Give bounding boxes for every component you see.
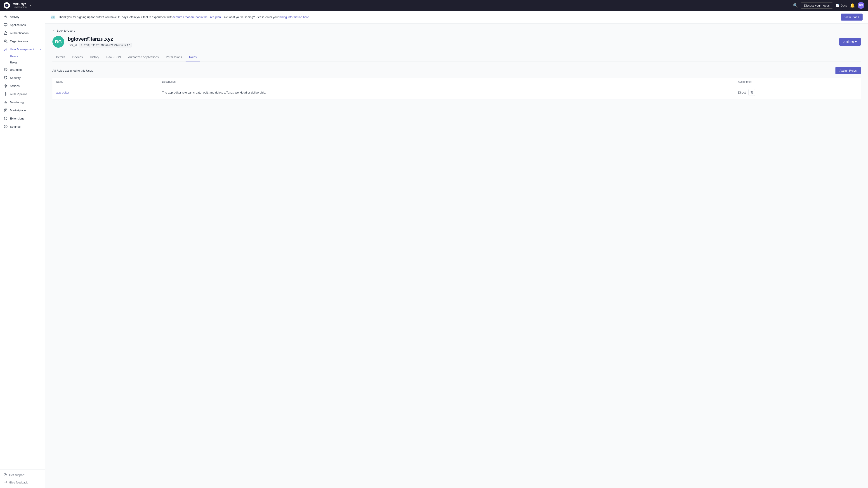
tab-devices[interactable]: Devices [69,53,86,61]
sidebar-label-authentication: Authentication [10,31,29,35]
tenant-name: tanzu-xyz [13,2,27,6]
svg-marker-8 [4,84,7,87]
sidebar-item-security[interactable]: Security › [0,74,45,82]
tab-details[interactable]: Details [53,53,69,61]
actions-btn-label: Actions [843,40,854,43]
sidebar-item-applications[interactable]: Applications › [0,21,45,29]
role-name-link[interactable]: app-editor [56,91,69,94]
back-arrow-icon: ← [53,29,55,32]
roles-table: Name Description Assignment app-editor T… [53,78,861,99]
page-content: ← Back to Users BG bglover@tanzu.xyz use… [45,24,868,105]
sidebar-item-auth-pipeline[interactable]: Auth Pipeline › [0,90,45,98]
user-id-value[interactable]: auth0|635af3f80aa22f79763212f7 [79,43,132,47]
sidebar-sub-item-roles[interactable]: Roles [10,59,45,66]
user-tabs: Details Devices History Raw JSON Authori… [53,53,861,61]
sidebar-item-actions[interactable]: Actions › [0,82,45,90]
actions-icon [4,84,8,88]
user-management-icon [4,47,8,51]
sidebar-bottom: Get support Give feedback [0,469,45,488]
give-feedback-link[interactable]: Give feedback [0,479,45,486]
sidebar-item-organizations[interactable]: Organizations [0,37,45,45]
svg-point-19 [5,126,6,127]
actions-chevron-icon: ▾ [855,40,857,43]
sidebar-label-settings: Settings [10,125,21,128]
tab-authorized-applications[interactable]: Authorized Applications [125,53,162,61]
sidebar-item-monitoring[interactable]: Monitoring › [0,98,45,106]
tab-permissions[interactable]: Permissions [162,53,186,61]
sidebar-item-user-management[interactable]: User Management ▾ [0,45,45,53]
app-logo[interactable] [4,2,10,8]
sidebar-label-auth-pipeline: Auth Pipeline [10,92,27,96]
role-name-cell: app-editor [53,86,158,99]
top-navigation: tanzu-xyz Development ▾ 🔍 Discuss your n… [0,0,868,11]
actions-button[interactable]: Actions ▾ [839,38,861,46]
sidebar-item-branding[interactable]: Branding › [0,66,45,74]
sidebar-label-actions: Actions [10,84,20,88]
sidebar-item-marketplace[interactable]: Marketplace [0,106,45,114]
back-link-label: Back to Users [57,29,75,32]
sidebar-label-monitoring: Monitoring [10,101,24,104]
user-id-label: user_id: [68,43,78,47]
applications-chevron-icon: › [41,24,41,26]
sidebar-sub-item-users[interactable]: Users [10,53,45,59]
assignment-value: Direct [738,91,746,94]
roles-header: All Roles assigned to this User. Assign … [53,67,861,74]
tab-raw-json[interactable]: Raw JSON [103,53,124,61]
trial-banner-text: Thank you for signing up for Auth0! You … [58,15,838,19]
search-icon[interactable]: 🔍 [793,3,798,8]
sidebar-label-marketplace: Marketplace [10,109,26,112]
trial-billing-link[interactable]: billing information here [279,15,309,19]
sidebar-label-extensions: Extensions [10,117,24,120]
get-support-link[interactable]: Get support [0,471,45,479]
tenant-env: Development [13,6,27,8]
monitoring-chevron-icon: › [41,101,41,103]
docs-label: Docs [840,4,847,7]
col-header-name: Name [53,78,158,86]
back-to-users-link[interactable]: ← Back to Users [53,29,861,32]
svg-point-6 [5,48,6,49]
trial-text-middle: . Like what you're seeing? Please enter … [221,15,279,19]
view-plans-button[interactable]: View Plans [841,13,863,21]
user-management-chevron-icon: ▾ [40,48,41,51]
roles-table-head: Name Description Assignment [53,78,861,86]
main-content: 🪪 Thank you for signing up for Auth0! Yo… [45,11,868,488]
extensions-icon [4,116,8,121]
trial-banner: 🪪 Thank you for signing up for Auth0! Yo… [45,11,868,24]
discuss-needs-button[interactable]: Discuss your needs [801,2,833,8]
role-assignment-cell: Direct [735,86,861,99]
tab-roles[interactable]: Roles [186,53,200,61]
authentication-chevron-icon: › [41,32,41,34]
svg-point-5 [4,40,6,41]
col-header-assignment: Assignment [735,78,861,86]
sidebar-item-authentication[interactable]: Authentication › [0,29,45,37]
table-row: app-editor The app-editor role can creat… [53,86,861,99]
trial-features-link[interactable]: features that are not in the Free plan [174,15,221,19]
svg-point-14 [5,94,6,96]
sidebar-item-activity[interactable]: Activity [0,13,45,21]
tab-history[interactable]: History [86,53,103,61]
sidebar-item-extensions[interactable]: Extensions [0,114,45,123]
svg-rect-1 [4,24,7,26]
avatar[interactable]: BG [858,2,864,9]
svg-point-11 [5,93,6,94]
tenant-chevron-icon[interactable]: ▾ [30,4,31,7]
auth-pipeline-icon [4,92,8,96]
sidebar-label-organizations: Organizations [10,39,28,43]
sidebar-label-applications: Applications [10,23,26,27]
sidebar-item-settings[interactable]: Settings [0,123,45,131]
docs-link[interactable]: 📄 Docs [836,4,847,7]
roles-table-body: app-editor The app-editor role can creat… [53,86,861,99]
applications-icon [4,23,8,27]
delete-role-button[interactable] [748,89,755,96]
notifications-icon[interactable]: 🔔 [850,3,855,8]
monitoring-icon [4,100,8,104]
tenant-selector[interactable]: tanzu-xyz Development [13,2,27,9]
trial-banner-icon: 🪪 [51,15,56,20]
assign-roles-button[interactable]: Assign Roles [835,67,861,74]
security-chevron-icon: › [41,76,41,79]
user-management-submenu: Users Roles [0,53,45,66]
get-support-label: Get support [9,473,24,477]
docs-icon: 📄 [836,4,839,7]
support-icon [4,473,7,477]
roles-description: All Roles assigned to this User. [53,69,93,72]
